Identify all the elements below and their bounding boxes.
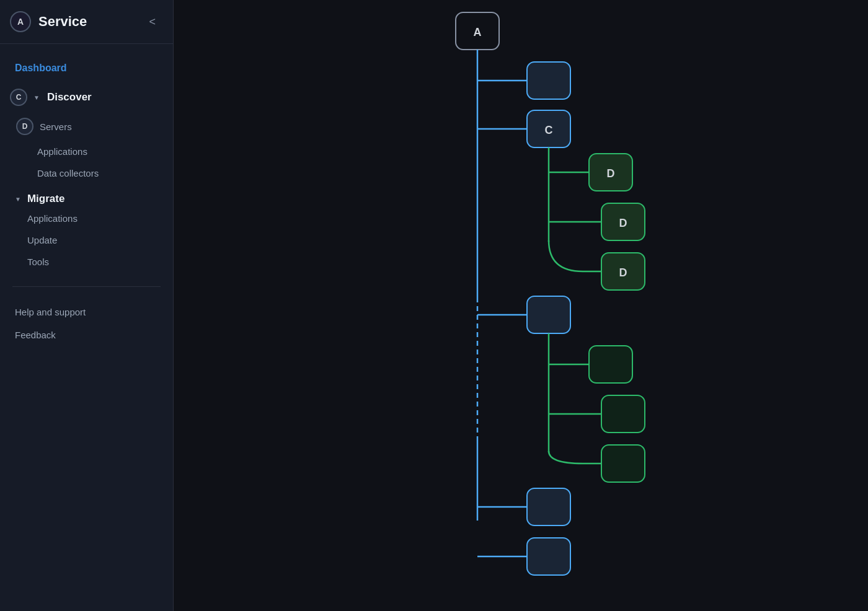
sidebar-item-discover-applications[interactable]: Applications (37, 141, 173, 162)
sidebar-item-migrate-tools[interactable]: Tools (27, 251, 158, 273)
sidebar-header-left: A Service (10, 11, 87, 32)
sidebar-item-feedback[interactable]: Feedback (0, 323, 173, 346)
migrate-group-header[interactable]: ▼ Migrate (15, 193, 158, 205)
migrate-sub-items: Applications Update Tools (15, 208, 158, 273)
migrate-group: ▼ Migrate Applications Update Tools (0, 187, 173, 279)
sidebar: A Service < Dashboard C ▼ Discover D Ser… (0, 0, 174, 611)
main-content: .node-outlined { fill: none; stroke: #88… (174, 0, 868, 611)
discover-group-header[interactable]: C ▼ Discover (0, 82, 173, 112)
node-a-label: A (474, 26, 482, 38)
diagram-svg: .node-outlined { fill: none; stroke: #88… (174, 0, 868, 611)
collapse-button[interactable]: < (144, 13, 161, 31)
sidebar-header: A Service < (0, 0, 173, 44)
node-b1[interactable] (527, 62, 570, 99)
branch-f3-line (549, 451, 601, 464)
sidebar-footer: Help and support Feedback (0, 294, 173, 361)
sidebar-item-migrate-applications[interactable]: Applications (27, 208, 158, 229)
sidebar-item-discover-avatar-d: D Servers (37, 112, 173, 141)
node-e1[interactable] (527, 296, 570, 333)
branch-d3-line (549, 240, 601, 271)
discover-sub-items: D Servers Applications Data collectors (0, 112, 173, 184)
servers-avatar: D (16, 118, 33, 135)
sidebar-item-dashboard[interactable]: Dashboard (0, 56, 173, 80)
sidebar-item-data-collectors[interactable]: Data collectors (37, 162, 173, 184)
migrate-label: Migrate (27, 193, 64, 205)
migrate-arrow-icon: ▼ (15, 196, 21, 203)
node-f3[interactable] (601, 445, 645, 482)
diagram-area: .node-outlined { fill: none; stroke: #88… (174, 0, 868, 611)
sidebar-divider (12, 286, 161, 287)
discover-avatar: C (10, 89, 27, 106)
nav-section-migrate: ▼ Migrate Applications Update Tools (0, 187, 173, 279)
node-d2-label: D (619, 217, 627, 229)
node-d1-label: D (607, 167, 615, 180)
node-c-label: C (545, 124, 553, 136)
discover-label: Discover (47, 91, 92, 103)
node-f2[interactable] (601, 395, 645, 433)
nav-section-dashboard: Dashboard (0, 56, 173, 80)
sidebar-item-help[interactable]: Help and support (0, 301, 173, 323)
node-g2[interactable] (527, 538, 570, 575)
service-title: Service (38, 14, 87, 30)
sidebar-nav: Dashboard C ▼ Discover D Servers Applica… (0, 44, 173, 611)
discover-arrow-icon: ▼ (33, 94, 40, 101)
node-d3-label: D (619, 266, 627, 279)
node-f1[interactable] (589, 346, 632, 383)
sidebar-item-migrate-update[interactable]: Update (27, 229, 158, 251)
sidebar-item-servers[interactable]: Servers (40, 121, 72, 132)
nav-section-discover: C ▼ Discover D Servers Applications Data… (0, 82, 173, 184)
service-avatar: A (10, 11, 31, 32)
node-g1[interactable] (527, 488, 570, 525)
